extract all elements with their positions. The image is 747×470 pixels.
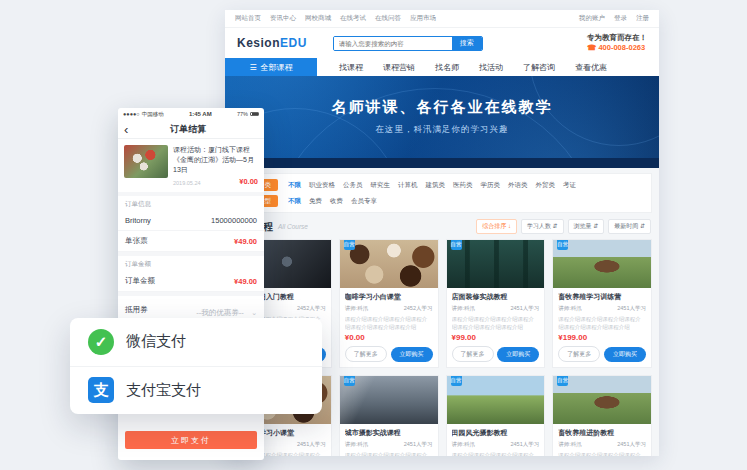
utility-link-news[interactable]: 资讯中心 [270, 14, 296, 23]
more-button[interactable]: 了解更多 [345, 346, 387, 362]
nav-item-teachers[interactable]: 找名师 [435, 62, 459, 73]
more-button[interactable]: 了解更多 [558, 346, 600, 362]
utility-link-register[interactable]: 注册 [636, 14, 649, 23]
course-description: 课程介绍课程介绍课程介绍课程介绍课程介绍课程介绍课程介绍 [558, 315, 646, 331]
filter-option[interactable]: 不限 [288, 197, 301, 206]
site-logo[interactable]: KesionEDU [237, 36, 307, 50]
amount-label: 订单金额 [125, 276, 155, 286]
logo-text-edu: EDU [280, 36, 307, 50]
course-image: 自营 [553, 376, 651, 424]
order-contact-row: Britorny 15000000000 [118, 211, 264, 231]
product-thumbnail [124, 145, 168, 178]
nav-item-courses[interactable]: 找课程 [339, 62, 363, 73]
utility-link-shop[interactable]: 网校商城 [305, 14, 331, 23]
utility-link-apps[interactable]: 应用市场 [410, 14, 436, 23]
filter-option[interactable]: 收费 [330, 197, 343, 206]
filter-option[interactable]: 职业资格 [309, 181, 335, 190]
buy-button[interactable]: 立即购买 [391, 347, 433, 362]
course-image: 自营 [340, 240, 438, 288]
battery-percent: 77% [237, 111, 248, 117]
logo-text-kesion: Kesion [237, 36, 280, 50]
course-section-header: 所有课程 All Course 综合排序 ↓ 学习人数 ⇵ 浏览量 ⇵ 最新时间… [233, 219, 651, 234]
filter-option[interactable]: 考证 [563, 181, 576, 190]
signal-icon: ●●●●○ [123, 111, 140, 117]
filter-row-category: 课程分类 不限 职业资格 公务员 研究生 计算机 建筑类 医药类 学历类 外语类… [240, 177, 644, 193]
filter-option[interactable]: 公务员 [343, 181, 363, 190]
course-price: ¥0.00 [345, 333, 433, 342]
filter-option[interactable]: 研究生 [371, 181, 391, 190]
sort-newest[interactable]: 最新时间 ⇵ [608, 219, 651, 234]
site-header: KesionEDU 搜索 专为教育而存在！ ☎ 400-008-0263 [225, 28, 659, 58]
filter-option[interactable]: 外贸类 [536, 181, 556, 190]
course-description: 课程介绍课程介绍课程介绍课程介绍课程介绍课程介绍课程介绍 [452, 451, 540, 456]
filter-option[interactable]: 免费 [309, 197, 322, 206]
nav-item-consult[interactable]: 了解咨询 [523, 62, 555, 73]
filter-option[interactable]: 学历类 [481, 181, 501, 190]
course-title[interactable]: 城市摄影实战课程 [345, 428, 433, 438]
filter-option[interactable]: 外语类 [508, 181, 528, 190]
wechat-pay-label: 微信支付 [126, 332, 186, 351]
course-card: 自营 田园风光摄影教程 讲师:科汛2451人学习 课程介绍课程介绍课程介绍课程介… [446, 375, 546, 456]
utility-link-exam[interactable]: 在线考试 [340, 14, 366, 23]
filter-option[interactable]: 不限 [288, 181, 301, 190]
course-teacher: 讲师:科汛 [558, 305, 582, 312]
main-navbar: ☰全部课程 找课程 课程营销 找名师 找活动 了解咨询 查看优惠 [225, 58, 659, 76]
order-amount-header: 订单金额 [118, 256, 264, 271]
course-title[interactable]: 店面装修实战教程 [452, 292, 540, 302]
all-courses-label: 全部课程 [261, 62, 293, 73]
course-description: 课程介绍课程介绍课程介绍课程介绍课程介绍课程介绍课程介绍 [452, 315, 540, 331]
sort-students[interactable]: 学习人数 ⇵ [521, 219, 564, 234]
sort-composite[interactable]: 综合排序 ↓ [476, 219, 517, 234]
payment-option-wechat[interactable]: ✓ 微信支付 [70, 318, 322, 366]
course-title[interactable]: 畜牧养殖进阶教程 [558, 428, 646, 438]
course-students: 2451人学习 [404, 441, 433, 448]
navbar-links: 找课程 课程营销 找名师 找活动 了解咨询 查看优惠 [317, 58, 607, 76]
course-badge: 自营 [451, 240, 462, 250]
buy-button[interactable]: 立即购买 [497, 347, 539, 362]
coupon-value: --我的优惠券-- [196, 308, 244, 317]
filter-option[interactable]: 医药类 [453, 181, 473, 190]
product-price: ¥0.00 [239, 177, 258, 186]
sort-views[interactable]: 浏览量 ⇵ [568, 219, 605, 234]
course-badge: 自营 [451, 376, 462, 386]
all-courses-button[interactable]: ☰全部课程 [225, 58, 317, 76]
screenshot-stage: 网站首页 资讯中心 网校商城 在线考试 在线问答 应用市场 我的账户 登录 注册… [0, 0, 747, 470]
course-title[interactable]: 咖啡学习小白课堂 [345, 292, 433, 302]
course-price: ¥199.00 [558, 333, 646, 342]
more-button[interactable]: 了解更多 [452, 346, 494, 362]
wechat-pay-icon: ✓ [88, 329, 114, 355]
utility-link-account[interactable]: 我的账户 [579, 14, 605, 23]
utility-link-login[interactable]: 登录 [614, 14, 627, 23]
header-phone: ☎ 400-008-0263 [587, 43, 647, 53]
filter-option[interactable]: 建筑类 [426, 181, 446, 190]
course-badge: 自营 [557, 240, 568, 250]
payment-option-alipay[interactable]: 支 支付宝支付 [70, 366, 322, 415]
utility-link-qa[interactable]: 在线问答 [375, 14, 401, 23]
course-title[interactable]: 田园风光摄影教程 [452, 428, 540, 438]
phone-page-title: 订单结算 [128, 123, 248, 136]
pay-now-button[interactable]: 立即支付 [125, 431, 257, 449]
course-card: 自营 畜牧养殖学习训练营 讲师:科汛2451人学习 课程介绍课程介绍课程介绍课程… [552, 239, 652, 368]
filter-option[interactable]: 会员专享 [351, 197, 377, 206]
buy-button[interactable]: 立即购买 [604, 347, 646, 362]
search-button[interactable]: 搜索 [452, 37, 482, 50]
search-input[interactable] [334, 37, 452, 50]
buyer-phone: 15000000000 [211, 216, 257, 225]
product-title: 课程活动：厦门线下课程《金鹰的江湖》活动—5月13日 [173, 145, 258, 175]
course-card: 自营 畜牧养殖进阶教程 讲师:科汛2451人学习 课程介绍课程介绍课程介绍课程介… [552, 375, 652, 456]
ticket-row: 单张票 ¥49.00 [118, 231, 264, 252]
course-title[interactable]: 畜牧养殖学习训练营 [558, 292, 646, 302]
filter-category-options: 不限 职业资格 公务员 研究生 计算机 建筑类 医药类 学历类 外语类 外贸类 … [288, 181, 576, 190]
nav-item-activities[interactable]: 找活动 [479, 62, 503, 73]
course-description: 课程介绍课程介绍课程介绍课程介绍课程介绍课程介绍课程介绍 [345, 315, 433, 331]
alipay-icon: 支 [88, 377, 114, 403]
order-info-header: 订单信息 [118, 196, 264, 211]
utility-link-home[interactable]: 网站首页 [235, 14, 261, 23]
nav-item-marketing[interactable]: 课程营销 [383, 62, 415, 73]
course-card: 自营 城市摄影实战课程 讲师:科汛2451人学习 课程介绍课程介绍课程介绍课程介… [339, 375, 439, 456]
filter-option[interactable]: 计算机 [398, 181, 418, 190]
course-teacher: 讲师:科汛 [452, 305, 476, 312]
order-product-row[interactable]: 课程活动：厦门线下课程《金鹰的江湖》活动—5月13日 2019.05.24 ¥0… [118, 139, 264, 192]
nav-item-offers[interactable]: 查看优惠 [575, 62, 607, 73]
course-image: 自营 [447, 240, 545, 288]
